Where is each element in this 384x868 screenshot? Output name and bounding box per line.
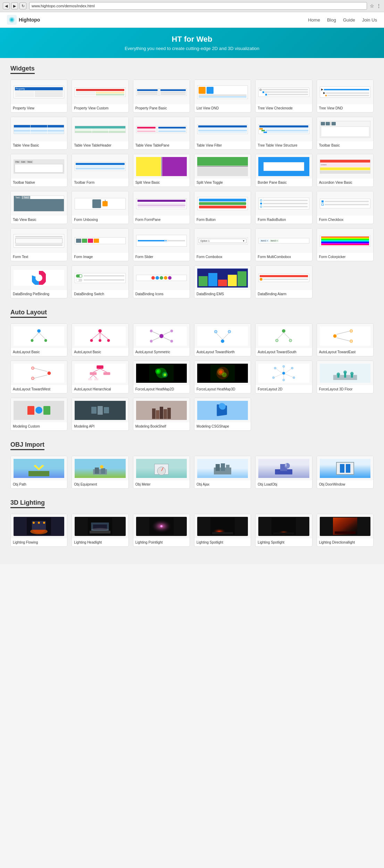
demo-card[interactable]: AutoLayout Basic xyxy=(10,323,67,356)
demo-card[interactable]: ▶ ▶ Tree View DND xyxy=(317,80,374,113)
demo-card[interactable]: AutoLayout TowardNorth xyxy=(194,323,251,356)
demo-card[interactable]: Split View Toggle xyxy=(194,154,251,187)
demo-card[interactable]: DataBinding PieBinding xyxy=(10,265,67,298)
demo-card-label: DataBinding EMS xyxy=(194,290,251,298)
demo-card[interactable]: List View DND xyxy=(194,80,251,113)
demo-card[interactable]: Form RadioButton xyxy=(255,191,312,224)
demo-card[interactable]: Form Colorpicker xyxy=(317,228,374,261)
demo-card[interactable]: Modeling CSGShape xyxy=(194,398,251,431)
menu-icon[interactable]: ⋮ xyxy=(376,3,381,9)
forward-button[interactable]: ▶ xyxy=(11,2,18,9)
demo-card[interactable]: Lighting Pointlight xyxy=(133,514,190,547)
demo-card-label: Obj LoadObj xyxy=(256,480,312,488)
demo-card[interactable]: Option 1▼ Form Combobox xyxy=(194,228,251,261)
demo-card[interactable]: Obj DoorWindow xyxy=(317,456,374,489)
demo-card[interactable]: Lighting Spotlight xyxy=(194,514,251,547)
demo-card-label: Tree View Checkmode xyxy=(256,104,312,112)
svg-rect-47 xyxy=(97,365,104,369)
demo-card[interactable]: Border Pane Basic xyxy=(255,154,312,187)
demo-card[interactable]: Tree View Checkmode xyxy=(255,80,312,113)
demo-card[interactable]: ForceLayout HeatMap3D xyxy=(194,361,251,394)
refresh-button[interactable]: ↻ xyxy=(19,2,26,9)
nav-guide[interactable]: Guide xyxy=(343,17,355,23)
demo-card[interactable]: Form Unboxing xyxy=(72,191,128,224)
demo-card[interactable]: Form FormPane xyxy=(133,191,190,224)
demo-card-label: AutoLayout TowardWest xyxy=(11,385,67,393)
demo-card[interactable]: Property Pane Basic xyxy=(133,80,190,113)
svg-point-72 xyxy=(283,365,285,367)
demo-card-thumbnail xyxy=(133,154,190,179)
demo-card-label: Form Text xyxy=(11,253,67,261)
demo-card[interactable]: Form Image xyxy=(72,228,128,261)
demo-card[interactable]: DataBinding Switch xyxy=(72,265,128,298)
demo-card[interactable]: Form Button xyxy=(194,191,251,224)
demo-card[interactable]: Lighting Headlight xyxy=(72,514,128,547)
demo-card[interactable]: Table View TablePane xyxy=(133,117,190,150)
demo-card[interactable]: Obj Equipment xyxy=(72,456,128,489)
demo-card[interactable]: Toolbar Basic xyxy=(317,117,374,150)
demo-card[interactable]: Tab1 Tab2 Tab View Basic xyxy=(10,191,67,224)
demo-card[interactable]: DataBinding Icons xyxy=(133,265,190,298)
svg-point-40 xyxy=(350,329,353,332)
demo-card-thumbnail xyxy=(72,117,128,141)
demo-card[interactable]: ForceLayout 3D Floor xyxy=(317,361,374,394)
svg-point-9 xyxy=(31,339,34,342)
browser-icons[interactable]: ☆ ⋮ xyxy=(370,3,381,9)
nav-links[interactable]: Home Blog Guide Join Us xyxy=(308,17,377,23)
demo-card-thumbnail xyxy=(256,514,312,538)
hero-section: HT for Web Everything you need to create… xyxy=(0,28,384,58)
demo-card[interactable]: DataBinding Alarm xyxy=(255,265,312,298)
nav-buttons[interactable]: ◀ ▶ ↻ xyxy=(3,2,26,9)
demo-card[interactable]: Modeling BookShelf xyxy=(133,398,190,431)
svg-point-6 xyxy=(37,329,41,332)
demo-card-thumbnail xyxy=(256,361,312,385)
demo-card[interactable]: Split View Basic xyxy=(133,154,190,187)
demo-card[interactable]: Tree Table View Structure xyxy=(255,117,312,150)
hero-title: HT for Web xyxy=(7,35,377,44)
demo-card[interactable]: Obj Ajax xyxy=(194,456,251,489)
nav-home[interactable]: Home xyxy=(308,17,320,23)
demo-card[interactable]: Lighting Flowing xyxy=(10,514,67,547)
demo-card[interactable]: Item1 × Item2 × Form MultiCombobox xyxy=(255,228,312,261)
section-title: OBJ Import xyxy=(10,441,44,450)
demo-card[interactable]: content Accordion View Basic xyxy=(317,154,374,187)
demo-card[interactable]: AutoLayout TowardEast xyxy=(317,323,374,356)
demo-card[interactable]: Lighting Spotlight xyxy=(255,514,312,547)
demo-card[interactable]: AutoLayout Hierarchical xyxy=(72,361,128,394)
demo-card-label: Form Checkbox xyxy=(317,216,373,224)
svg-point-20 xyxy=(150,340,152,342)
demo-card[interactable]: Form Slider xyxy=(133,228,190,261)
demo-card[interactable]: AutoLayout TowardSouth xyxy=(255,323,312,356)
demo-card[interactable]: Table View Filter xyxy=(194,117,251,150)
demo-card[interactable]: Obj Meter xyxy=(133,456,190,489)
demo-card[interactable]: ForceLayout 2D xyxy=(255,361,312,394)
svg-line-14 xyxy=(100,332,109,339)
demo-card[interactable]: AutoLayout Basic xyxy=(72,323,128,356)
demo-card[interactable]: Modeling Custom xyxy=(10,398,67,431)
nav-blog[interactable]: Blog xyxy=(327,17,336,23)
demo-card[interactable]: Property Property View xyxy=(10,80,67,113)
demo-card-label: Modeling API xyxy=(72,422,128,430)
demo-card[interactable]: Toolbar Form xyxy=(72,154,128,187)
demo-card[interactable]: Form Text xyxy=(10,228,67,261)
demo-card[interactable]: ForceLayout HeatMap2D xyxy=(133,361,190,394)
address-bar[interactable]: www.hightopo.com/demos/index.html xyxy=(29,2,367,10)
back-button[interactable]: ◀ xyxy=(3,2,10,9)
demo-card[interactable]: Property View Custom xyxy=(72,80,128,113)
demo-card[interactable]: Lighting Directionallight xyxy=(317,514,374,547)
star-icon[interactable]: ☆ xyxy=(370,3,374,9)
demo-card[interactable]: Form Checkbox xyxy=(317,191,374,224)
demo-card[interactable]: Obj Path xyxy=(10,456,67,489)
demo-card[interactable]: File Edit View Toolbar Native xyxy=(10,154,67,187)
nav-join[interactable]: Join Us xyxy=(362,17,377,23)
demo-card[interactable]: AutoLayout TowardWest xyxy=(10,361,67,394)
demo-card-label: AutoLayout Basic xyxy=(11,348,67,356)
demo-card[interactable]: Obj LoadObj xyxy=(255,456,312,489)
demo-card[interactable]: DataBinding EMS xyxy=(194,265,251,298)
svg-point-60 xyxy=(157,370,159,373)
demo-card[interactable]: Table View TableHeader xyxy=(72,117,128,150)
svg-point-113 xyxy=(43,522,45,524)
demo-card[interactable]: Table View Basic xyxy=(10,117,67,150)
demo-card[interactable]: Modeling API xyxy=(72,398,128,431)
demo-card[interactable]: AutoLayout Symmetric xyxy=(133,323,190,356)
